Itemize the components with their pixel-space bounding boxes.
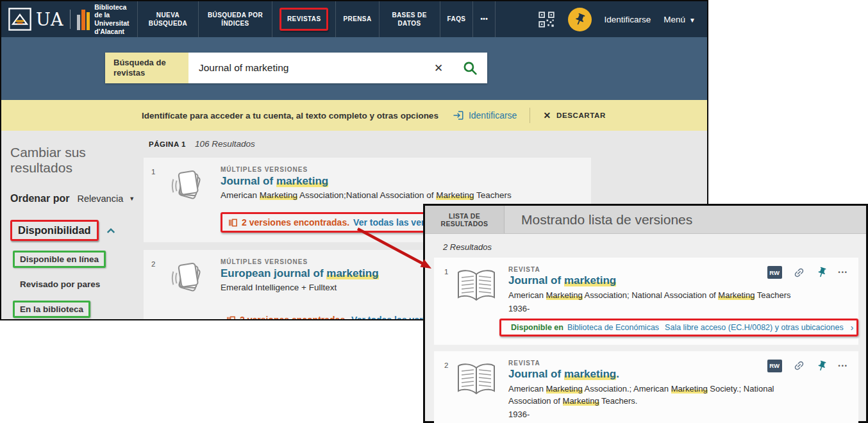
versions-pages-icon: [228, 218, 238, 228]
banner-divider: [530, 108, 530, 123]
clear-search-icon[interactable]: ✕: [424, 53, 453, 83]
ua-logo[interactable]: UA: [8, 7, 63, 31]
nav-item-revistas[interactable]: REVISTAS: [272, 1, 335, 37]
search-button[interactable]: [453, 53, 487, 83]
availability-library: Biblioteca de Económicas: [567, 323, 659, 332]
sort-dropdown[interactable]: Relevancia ▼: [77, 194, 135, 204]
facet-disponible-en-linea[interactable]: Disponible en línea: [13, 251, 139, 268]
result-index: 2: [144, 258, 165, 319]
back-to-results-tab[interactable]: LISTA DE RESULTADOS: [425, 206, 505, 233]
brand-divider: [70, 10, 71, 29]
result-index: 2: [438, 360, 455, 423]
top-navigation: UA Biblioteca de la Universitat d'Alacan…: [1, 1, 707, 37]
login-icon: [453, 110, 464, 121]
pin-record-icon[interactable]: [814, 359, 829, 374]
sort-caret-icon: ▼: [129, 195, 135, 202]
availability-detail: Sala libre acceso (EC.H/0082) y otras ub…: [665, 323, 844, 332]
pinned-items-button[interactable]: [568, 8, 592, 31]
more-actions-icon[interactable]: •••: [839, 269, 848, 276]
menu-caret-icon: ▼: [689, 17, 696, 24]
annotation-box-en-la-biblioteca: En la biblioteca: [13, 301, 90, 318]
brand-area: UA Biblioteca de la Universitat d'Alacan…: [1, 1, 137, 37]
nav-item-bases-de-datos[interactable]: BASES DE DATOS: [379, 1, 440, 37]
versions-dialog: LISTA DE RESULTADOS Mostrando lista de v…: [423, 204, 868, 423]
banner-identify-link[interactable]: Identificarse: [453, 110, 517, 121]
menu-dropdown[interactable]: Menú▼: [664, 15, 696, 24]
result-title-link[interactable]: Journal of marketing: [221, 175, 591, 188]
search-band: Búsqueda de revistas ✕: [1, 37, 707, 100]
sort-label: Ordenar por: [10, 193, 69, 204]
search-scope-label: Búsqueda de revistas: [105, 53, 188, 83]
sort-row: Ordenar por Relevancia ▼: [10, 193, 139, 204]
search-input[interactable]: [188, 53, 424, 83]
banner-message: Identifícate para acceder a tu cuenta, a…: [142, 111, 438, 120]
permalink-icon[interactable]: [790, 357, 808, 374]
nav-item-prensa[interactable]: PRENSA: [335, 1, 378, 37]
sidebar-title: Cambiar sus resultados: [10, 145, 139, 176]
identify-link[interactable]: Identificarse: [605, 15, 651, 24]
dialog-results-count: 2 Resultados: [443, 242, 866, 252]
permalink-icon[interactable]: [790, 264, 808, 281]
facet-en-la-biblioteca[interactable]: En la biblioteca: [13, 301, 139, 318]
dialog-title: Mostrando lista de versiones: [505, 206, 692, 233]
facet-group-availability[interactable]: Disponibilidad: [10, 220, 139, 241]
nav-item-nueva-busqueda[interactable]: NUEVA BÚSQUEDA: [137, 1, 198, 37]
nav-item-busqueda-por-indices[interactable]: BÚSQUEDA POR ÍNDICES: [198, 1, 272, 37]
version-row-1: 1 REVISTA Journal of marketing American …: [434, 258, 858, 345]
record-byline: American Marketing Association; National…: [508, 290, 816, 302]
page-label: PÁGINA 1: [149, 140, 186, 148]
pushpin-icon: [571, 10, 588, 28]
stacked-cards-icon: [165, 166, 208, 208]
nav-right-controls: Identificarse Menú▼: [538, 1, 707, 37]
more-actions-icon[interactable]: •••: [839, 363, 848, 369]
versions-pages-icon: [226, 315, 236, 320]
stacked-cards-icon: [165, 258, 208, 301]
results-header: PÁGINA 1 106 Resultados: [139, 139, 707, 149]
record-actions: RW •••: [767, 360, 848, 372]
dismiss-banner-button[interactable]: ✕ DESCARTAR: [543, 110, 605, 120]
result-index: 1: [438, 266, 455, 336]
ua-logo-text: UA: [36, 10, 63, 29]
record-date: 1936-: [508, 410, 852, 419]
record-byline: American Marketing Association.; America…: [508, 383, 816, 408]
results-count: 106 Resultados: [195, 139, 255, 149]
library-logo[interactable]: Biblioteca de la Universitat d'Alacant: [77, 3, 131, 35]
annotation-box-disponibilidad: Disponibilidad: [10, 220, 99, 241]
close-icon: ✕: [543, 110, 551, 120]
signin-banner: Identifícate para acceder a tu cuenta, a…: [1, 100, 707, 131]
version-row-2: 2 REVISTA Journal of marketing. American…: [434, 351, 858, 423]
ua-emblem-icon: [8, 7, 32, 31]
resource-type-badge: RW: [767, 360, 782, 372]
nav-menu: NUEVA BÚSQUEDA BÚSQUEDA POR ÍNDICES REVI…: [137, 1, 496, 37]
result-byline: American Marketing Association;National …: [221, 190, 591, 200]
search-icon: [462, 60, 478, 76]
nav-item-more[interactable]: •••: [472, 1, 496, 37]
open-book-icon: [455, 267, 498, 306]
annotation-box-revistas: REVISTAS: [280, 8, 328, 31]
pin-record-icon[interactable]: [814, 265, 829, 280]
open-book-icon: [455, 361, 498, 399]
nav-item-faqs[interactable]: FAQS: [440, 1, 473, 37]
record-date: 1936-: [508, 304, 852, 313]
record-actions: RW •••: [767, 266, 848, 279]
result-index: 1: [144, 166, 165, 233]
result-type-label: MÚLTIPLES VERSIONES: [221, 166, 591, 173]
library-books-icon: [77, 8, 90, 30]
facet-revisado-por-pares[interactable]: Revisado por pares: [13, 278, 139, 291]
library-name: Biblioteca de la Universitat d'Alacant: [94, 3, 131, 35]
availability-link-row[interactable]: Disponible en Biblioteca de Económicas S…: [499, 319, 858, 336]
resource-type-badge: RW: [767, 266, 782, 279]
search-box: Búsqueda de revistas ✕: [105, 53, 487, 83]
dialog-header: LISTA DE RESULTADOS Mostrando lista de v…: [425, 206, 866, 234]
annotation-box-disponible-en-linea: Disponible en línea: [13, 251, 106, 268]
chevron-right-icon: ›: [851, 323, 854, 332]
qr-code-icon[interactable]: [538, 11, 555, 28]
facets-sidebar: Cambiar sus resultados Ordenar por Relev…: [1, 131, 139, 319]
collapse-chevron-icon[interactable]: [106, 228, 115, 234]
